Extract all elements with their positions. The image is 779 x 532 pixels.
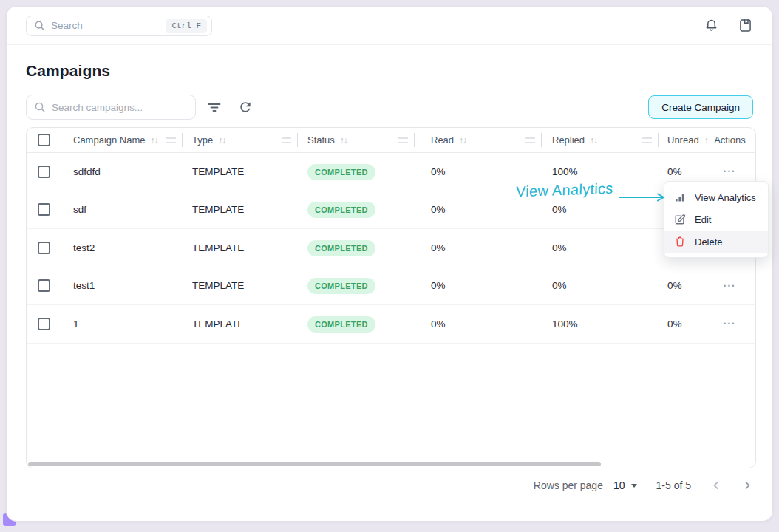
row-checkbox[interactable] xyxy=(38,166,50,178)
row-actions-menu: View Analytics Edit Delete xyxy=(664,181,769,258)
select-all-checkbox[interactable] xyxy=(38,134,50,146)
status-cell: COMPLETED xyxy=(297,242,414,253)
row-checkbox[interactable] xyxy=(38,203,50,216)
status-badge: COMPLETED xyxy=(307,278,375,294)
topbar: Search Ctrl F xyxy=(7,7,772,45)
table-row: test1 TEMPLATE COMPLETED 0% 0% 0% ••• xyxy=(27,267,755,306)
pagination: Rows per page 10 1-5 of 5 xyxy=(26,468,753,502)
status-cell: COMPLETED xyxy=(297,318,414,330)
global-search-input[interactable]: Search Ctrl F xyxy=(26,16,212,36)
menu-item-view-analytics[interactable]: View Analytics xyxy=(664,186,768,208)
replied-cell: 0% xyxy=(541,204,658,215)
trash-icon xyxy=(674,236,686,248)
column-header-replied[interactable]: Replied↑↓ xyxy=(541,128,658,152)
read-cell: 0% xyxy=(414,166,541,177)
shortcut-badge: Ctrl F xyxy=(166,19,207,33)
row-checkbox[interactable] xyxy=(38,242,50,254)
annotation-arrow xyxy=(618,191,671,204)
column-resize-handle[interactable] xyxy=(166,137,176,143)
book-bookmark-icon[interactable] xyxy=(737,18,753,34)
table-row: sdfdfd TEMPLATE COMPLETED 0% 100% 0% ••• xyxy=(27,153,755,191)
sort-icon: ↑↓ xyxy=(340,135,347,146)
column-header-status[interactable]: Status↑↓ xyxy=(297,128,414,152)
previous-page-button[interactable] xyxy=(710,480,722,491)
column-header-campaign-name[interactable]: Campaign Name↑↓ xyxy=(61,128,182,152)
rows-per-page-value[interactable]: 10 xyxy=(613,480,625,491)
read-cell: 0% xyxy=(414,318,541,330)
sort-icon: ↑↓ xyxy=(590,135,597,146)
chevron-down-icon[interactable] xyxy=(631,484,637,488)
column-header-unread[interactable]: Unread↑ xyxy=(658,128,704,152)
table-empty-area xyxy=(27,344,755,461)
sort-icon: ↑↓ xyxy=(218,135,225,146)
create-campaign-button[interactable]: Create Campaign xyxy=(648,95,753,119)
notifications-bell-icon[interactable] xyxy=(703,18,719,34)
unread-cell: 0% xyxy=(658,280,704,291)
column-resize-handle[interactable] xyxy=(642,137,652,143)
status-badge: COMPLETED xyxy=(307,202,375,218)
table-row: 1 TEMPLATE COMPLETED 0% 100% 0% ••• xyxy=(27,305,755,344)
replied-cell: 100% xyxy=(541,166,658,177)
type-cell: TEMPLATE xyxy=(182,318,297,330)
status-cell: COMPLETED xyxy=(297,280,414,291)
next-page-button[interactable] xyxy=(741,480,753,491)
row-actions-button[interactable]: ••• xyxy=(724,282,736,290)
type-cell: TEMPLATE xyxy=(182,204,297,215)
column-header-type[interactable]: Type↑↓ xyxy=(182,128,297,152)
unread-cell: 0% xyxy=(658,166,704,177)
edit-icon xyxy=(674,214,686,225)
campaign-name-cell: 1 xyxy=(61,318,182,330)
pagination-range: 1-5 of 5 xyxy=(656,480,691,491)
row-actions-button[interactable]: ••• xyxy=(724,168,736,175)
row-checkbox[interactable] xyxy=(38,318,50,330)
column-resize-handle[interactable] xyxy=(282,137,291,143)
filter-icon xyxy=(207,100,222,115)
campaign-name-cell: test1 xyxy=(61,280,182,291)
replied-cell: 0% xyxy=(541,242,658,253)
search-icon xyxy=(34,20,45,31)
status-badge: COMPLETED xyxy=(307,240,375,256)
column-resize-handle[interactable] xyxy=(398,137,408,143)
campaigns-table: Campaign Name↑↓ Type↑↓ Status↑↓ Read↑↓ R… xyxy=(26,127,756,468)
campaign-search-placeholder: Search campaigns... xyxy=(52,102,143,113)
refresh-icon xyxy=(238,100,253,115)
table-row: test2 TEMPLATE COMPLETED 0% 0% 0% ••• xyxy=(27,229,755,267)
table-header: Campaign Name↑↓ Type↑↓ Status↑↓ Read↑↓ R… xyxy=(27,128,755,153)
sort-icon: ↑↓ xyxy=(459,135,466,146)
read-cell: 0% xyxy=(414,280,541,291)
unread-cell: 0% xyxy=(658,318,704,330)
type-cell: TEMPLATE xyxy=(182,280,297,291)
filter-button[interactable] xyxy=(206,99,222,115)
global-search-placeholder: Search xyxy=(51,20,166,31)
sort-icon: ↑↓ xyxy=(151,135,158,146)
campaign-name-cell: test2 xyxy=(61,242,182,253)
scrollbar-thumb[interactable] xyxy=(28,462,601,466)
horizontal-scrollbar[interactable] xyxy=(27,460,755,468)
column-resize-handle[interactable] xyxy=(525,137,535,143)
read-cell: 0% xyxy=(414,242,541,253)
toolbar: Search campaigns... Create Campaign xyxy=(26,95,753,120)
column-header-read[interactable]: Read↑↓ xyxy=(414,128,541,152)
campaign-search-input[interactable]: Search campaigns... xyxy=(26,95,196,120)
status-cell: COMPLETED xyxy=(297,204,414,215)
row-actions-button[interactable]: ••• xyxy=(724,320,736,327)
bar-chart-icon xyxy=(674,191,686,203)
status-cell: COMPLETED xyxy=(297,166,414,177)
replied-cell: 100% xyxy=(541,318,658,330)
table-body: sdfdfd TEMPLATE COMPLETED 0% 100% 0% •••… xyxy=(27,153,755,344)
row-checkbox[interactable] xyxy=(38,279,50,292)
status-badge: COMPLETED xyxy=(307,164,375,180)
annotation: View Analytics xyxy=(516,182,613,199)
type-cell: TEMPLATE xyxy=(182,166,297,177)
annotation-text: View Analytics xyxy=(516,180,613,201)
menu-item-delete[interactable]: Delete xyxy=(664,231,768,253)
type-cell: TEMPLATE xyxy=(182,242,297,253)
menu-item-edit[interactable]: Edit xyxy=(664,208,768,231)
campaign-name-cell: sdfdfd xyxy=(61,166,182,177)
campaign-name-cell: sdf xyxy=(61,204,182,215)
read-cell: 0% xyxy=(414,204,541,215)
column-header-actions: Actions xyxy=(704,128,755,152)
page-title: Campaigns xyxy=(26,62,753,80)
replied-cell: 0% xyxy=(541,280,658,291)
refresh-button[interactable] xyxy=(237,99,254,115)
